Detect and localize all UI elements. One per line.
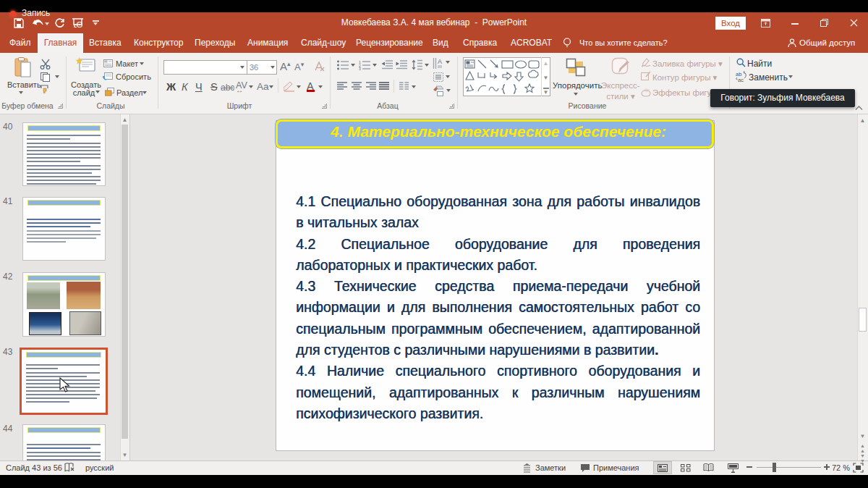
svg-text:3: 3 xyxy=(359,67,361,70)
svg-text:ac: ac xyxy=(738,77,744,83)
svg-text:А: А xyxy=(438,58,442,65)
